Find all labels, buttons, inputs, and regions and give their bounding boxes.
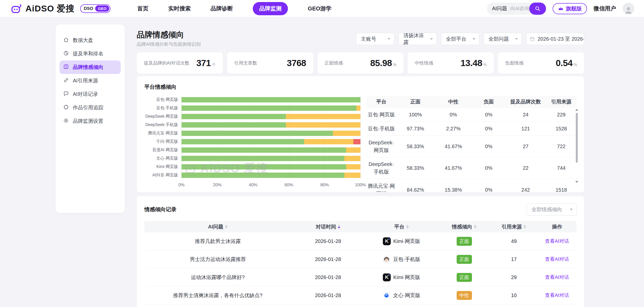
sentiment-filter-select[interactable]: 全部情感倾向	[527, 203, 577, 216]
bar-segment-正面[interactable]	[181, 147, 346, 153]
platform-table-cell: 22	[505, 163, 546, 173]
bar-segment-中性[interactable]	[286, 122, 360, 128]
records-column-header-6: 操作	[538, 223, 577, 230]
bar-segment-正面[interactable]	[181, 139, 304, 144]
records-column-header-1[interactable]: AI问题	[144, 223, 291, 230]
bar-segment-正面[interactable]	[181, 114, 286, 119]
view-ai-dialog-link[interactable]: 查看AI对话	[545, 274, 569, 281]
stat-value: 13.48%	[460, 58, 487, 68]
date-range-value: 2026-01-23 至 2026-01-29	[538, 36, 584, 42]
sidebar-item-6[interactable]: 作品引用追踪	[60, 101, 121, 114]
bar-segment-正面[interactable]	[181, 173, 344, 178]
sidebar-item-5[interactable]: AI对话记录	[60, 87, 121, 101]
question-cell: 运动沐浴露哪个品牌好?	[144, 274, 291, 281]
sidebar-item-label: 提及率和排名	[73, 50, 103, 57]
stat-value: 371个	[196, 58, 216, 68]
stat-card-5: 负面情感0.54%	[498, 52, 584, 74]
brand-select-value: 清扬沐浴露	[403, 32, 426, 46]
vip-button[interactable]: 旗舰版	[553, 3, 587, 14]
view-ai-dialog-link[interactable]: 查看AI对话	[545, 256, 569, 263]
sidebar-item-7[interactable]: 品牌监测设置	[60, 114, 121, 128]
chart-bar-row: AI抖音·网页版	[181, 171, 360, 179]
scrollbar-thumb[interactable]	[576, 113, 578, 163]
question-select[interactable]: 全部问题	[484, 33, 522, 45]
view-ai-dialog-link[interactable]: 查看AI对话	[545, 292, 569, 299]
sentiment-badge: 正面	[457, 255, 472, 264]
bar-segment-正面[interactable]	[181, 97, 360, 102]
logo[interactable]: AiDSO 爱搜 DSO GEO	[11, 3, 110, 14]
sort-icon[interactable]	[474, 225, 477, 228]
stat-card-1: 提及品牌的AI对话次数371个	[137, 52, 223, 74]
view-ai-dialog-link[interactable]: 查看AI对话	[545, 238, 569, 244]
bar-segment-中性[interactable]	[286, 114, 360, 119]
platform-table-cell: DeepSeek·网页版	[366, 137, 396, 156]
brand-select[interactable]: 清扬沐浴露	[399, 33, 437, 45]
bar-segment-中性[interactable]	[344, 173, 360, 178]
user-avatar[interactable]	[623, 3, 634, 14]
stat-label: 引用文章数	[234, 60, 257, 66]
chart-category-label: 百度AI·网页版	[144, 147, 178, 153]
sort-icon[interactable]	[406, 225, 409, 228]
records-table: AI问题对话时间平台情感倾向引用来源操作 推荐几款男士沐浴露2026-01-28…	[144, 221, 577, 304]
gear-icon	[63, 118, 69, 125]
platform-table-cell: 0%	[472, 185, 505, 192]
platform-table-cell: 腾讯元宝·网页版	[366, 181, 396, 192]
bar-segment-中性[interactable]	[356, 105, 360, 111]
platform-select[interactable]: 全部平台	[441, 33, 479, 45]
sidebar-item-4[interactable]: AI引用来源	[60, 74, 121, 87]
bar-segment-中性[interactable]	[346, 164, 360, 170]
chart-bar-row: 腾讯元宝·网页版	[181, 129, 360, 137]
sort-icon[interactable]	[338, 225, 340, 228]
sort-icon[interactable]	[225, 225, 228, 228]
bar-segment-中性[interactable]	[304, 139, 353, 144]
bar-segment-中性[interactable]	[344, 156, 360, 161]
ai-question-search[interactable]: AI问题 向AI咨询的问题	[487, 3, 546, 15]
chevron-down-icon	[570, 209, 573, 210]
stat-label: 负面情感	[505, 60, 523, 66]
bar-segment-正面[interactable]	[181, 122, 286, 128]
sidebar-item-3[interactable]: 品牌情感倾向	[60, 60, 121, 74]
sort-icon[interactable]	[524, 225, 526, 228]
sidebar-item-1[interactable]: 数据大盘	[60, 34, 121, 47]
stacked-bar	[181, 131, 360, 136]
bar-segment-正面[interactable]	[181, 131, 333, 136]
nav-item-2[interactable]: 实时搜索	[168, 5, 191, 12]
nav-item-1[interactable]: 首页	[137, 5, 148, 12]
date-range-picker[interactable]: 2026-01-23 至 2026-01-29	[526, 33, 584, 45]
x-tick-label: 20%	[213, 182, 222, 188]
records-column-header-2[interactable]: 对话时间	[291, 223, 365, 230]
scroll-up-icon[interactable]	[575, 109, 578, 111]
stat-value: 3768	[287, 58, 306, 68]
main-nav: 首页实时搜索品牌诊断品牌监测GEO游学	[137, 2, 331, 15]
bar-segment-正面[interactable]	[181, 105, 356, 111]
sentiment-cell: 正面	[438, 255, 490, 264]
sentiment-bar-chart: 豆包·网页版豆包·手机版DeepSeek·网页版DeepSeek·手机版腾讯元宝…	[144, 96, 363, 192]
question-cell: 推荐男士清爽沐浴露，各有什么优缺点?	[144, 292, 291, 299]
chart-category-label: AI抖音·网页版	[144, 173, 178, 178]
records-column-header-3[interactable]: 平台	[365, 223, 438, 230]
nav-item-4[interactable]: 品牌监测	[253, 2, 288, 15]
bar-segment-负面[interactable]	[353, 139, 360, 144]
platform-name: 豆包·手机版	[393, 256, 420, 263]
bar-segment-中性[interactable]	[333, 131, 360, 136]
account-select[interactable]: 主账号	[356, 33, 394, 45]
records-column-header-5[interactable]: 引用来源	[490, 223, 538, 230]
stacked-bar	[181, 122, 360, 128]
table-scrollbar[interactable]	[575, 109, 579, 185]
bar-segment-正面[interactable]	[181, 164, 346, 170]
sidebar-item-2[interactable]: 提及率和排名	[60, 47, 121, 60]
home-icon	[63, 37, 69, 44]
platform-sentiment-card: 平台情感倾向 豆包·网页版豆包·手机版DeepSeek·网页版DeepSeek·…	[137, 76, 584, 192]
platform-table-cell: 121	[505, 123, 546, 134]
bar-segment-正面[interactable]	[181, 156, 344, 161]
scroll-down-icon[interactable]	[575, 181, 578, 183]
bar-segment-中性[interactable]	[346, 147, 360, 153]
platform-table-cell: 41.67%	[435, 163, 472, 173]
search-button[interactable]	[529, 3, 546, 15]
nav-item-5[interactable]: GEO游学	[308, 5, 331, 12]
nav-item-3[interactable]: 品牌诊断	[211, 5, 233, 12]
stat-card-3: 正面情感85.98%	[317, 52, 404, 74]
records-column-header-4[interactable]: 情感倾向	[438, 223, 490, 230]
sentiment-badge: 中性	[457, 291, 472, 300]
platform-table-cell: 242	[505, 185, 546, 192]
